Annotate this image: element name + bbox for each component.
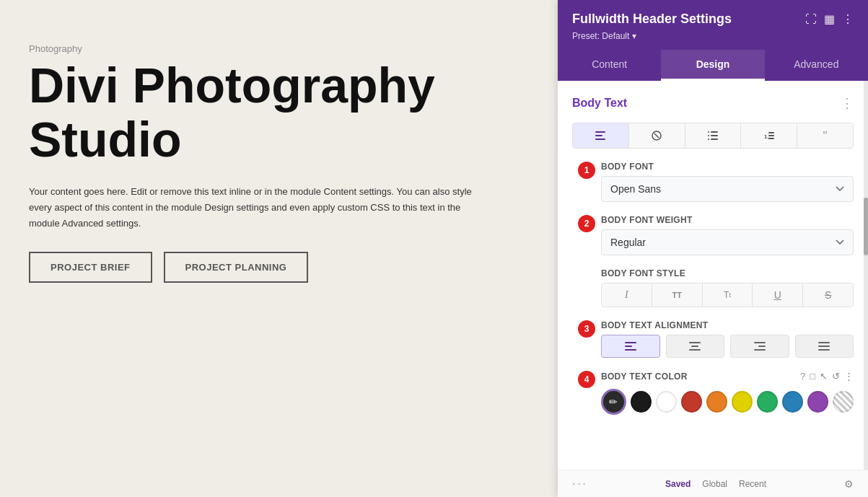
style-btn-list-ul[interactable] xyxy=(685,123,742,148)
options-icon[interactable]: ⋮ xyxy=(844,371,854,382)
swatch-black[interactable] xyxy=(631,391,652,413)
settings-panel: Fullwidth Header Settings ⛶ ▦ ⋮ Preset: … xyxy=(558,0,868,497)
step-badge-4: 4 xyxy=(578,371,595,388)
svg-rect-18 xyxy=(689,342,701,343)
svg-rect-25 xyxy=(818,346,830,347)
layout-icon[interactable]: ▦ xyxy=(824,12,835,26)
font-style-italic[interactable]: I xyxy=(602,283,652,307)
body-font-weight-group: 2 Body Font Weight Regular Bold Light xyxy=(601,215,854,255)
footer-tab-recent[interactable]: Recent xyxy=(739,479,766,489)
footer-tab-saved[interactable]: Saved xyxy=(665,479,691,489)
body-font-label: Body Font xyxy=(601,162,854,172)
align-row xyxy=(601,335,854,358)
footer-tabs: Saved Global Recent xyxy=(665,479,766,489)
canvas-buttons: Project Brief Project Planning xyxy=(29,252,491,283)
swatch-blue[interactable] xyxy=(782,391,803,413)
canvas-area: Photography Divi Photography Studio Your… xyxy=(0,0,558,497)
step-badge-1: 1 xyxy=(578,162,595,179)
svg-rect-14 xyxy=(768,138,774,139)
panel-header-icons: ⛶ ▦ ⋮ xyxy=(805,12,854,26)
svg-rect-8 xyxy=(711,135,718,136)
font-style-row: I TT Tt U S xyxy=(601,283,854,307)
svg-rect-1 xyxy=(595,135,602,136)
tab-content[interactable]: Content xyxy=(558,50,661,81)
align-left-btn[interactable] xyxy=(601,335,660,358)
swatch-orange[interactable] xyxy=(706,391,727,413)
svg-text:1.: 1. xyxy=(764,133,769,140)
style-btn-align-left[interactable] xyxy=(573,123,629,148)
section-title: Body Text xyxy=(572,97,627,110)
style-buttons-row: 1. " xyxy=(572,123,854,149)
font-style-smallcaps[interactable]: Tt xyxy=(703,283,753,307)
scrollbar-thumb[interactable] xyxy=(864,198,868,255)
svg-rect-0 xyxy=(595,131,605,133)
swatch-striped[interactable] xyxy=(833,391,854,413)
svg-rect-10 xyxy=(711,138,718,140)
settings-gear-icon[interactable]: ⚙ xyxy=(844,478,854,490)
panel-body-wrapper: Body Text ⋮ xyxy=(558,81,868,470)
cursor-icon[interactable]: ↖ xyxy=(820,371,828,382)
swatch-red[interactable] xyxy=(681,391,702,413)
section-title-row: Body Text ⋮ xyxy=(572,95,854,111)
svg-rect-9 xyxy=(708,138,709,140)
color-section-header: Body Text Color ? □ ↖ ↺ ⋮ xyxy=(601,371,854,382)
svg-line-4 xyxy=(654,133,659,138)
tab-design[interactable]: Design xyxy=(661,50,764,81)
align-right-btn[interactable] xyxy=(730,335,789,358)
panel-header: Fullwidth Header Settings ⛶ ▦ ⋮ Preset: … xyxy=(558,0,868,50)
more-options-icon[interactable]: ⋮ xyxy=(842,12,854,26)
align-justify-btn[interactable] xyxy=(795,335,854,358)
tab-advanced[interactable]: Advanced xyxy=(765,50,868,81)
svg-rect-17 xyxy=(625,349,636,351)
body-font-style-group: Body Font Style I TT Tt U S xyxy=(601,268,854,307)
svg-rect-15 xyxy=(625,342,636,343)
footer-tab-global[interactable]: Global xyxy=(702,479,727,489)
font-style-allcaps[interactable]: TT xyxy=(652,283,703,307)
style-btn-list-ol[interactable]: 1. xyxy=(741,123,797,148)
font-style-underline[interactable]: U xyxy=(753,283,803,307)
svg-rect-24 xyxy=(818,342,830,343)
help-icon[interactable]: ? xyxy=(800,371,805,382)
svg-rect-16 xyxy=(625,346,632,347)
font-style-strikethrough[interactable]: S xyxy=(803,283,853,307)
swatch-purple[interactable] xyxy=(807,391,828,413)
svg-rect-21 xyxy=(754,342,766,343)
body-text-alignment-label: Body Text Alignment xyxy=(601,320,854,330)
body-font-select[interactable]: Open Sans Roboto Lato Montserrat xyxy=(601,176,854,202)
swatch-white[interactable] xyxy=(656,391,677,413)
color-header-icons: ? □ ↖ ↺ ⋮ xyxy=(800,371,854,382)
svg-rect-2 xyxy=(595,138,605,140)
expand-icon[interactable]: ⛶ xyxy=(805,13,817,26)
copy-icon[interactable]: □ xyxy=(810,371,815,382)
section-menu-icon[interactable]: ⋮ xyxy=(841,95,854,111)
body-text-color-group: 4 Body Text Color ? □ ↖ ↺ ⋮ ✏ xyxy=(601,371,854,423)
align-center-btn[interactable] xyxy=(666,335,725,358)
site-title: Divi Photography Studio xyxy=(29,58,491,167)
panel-title: Fullwidth Header Settings xyxy=(572,12,732,27)
svg-rect-23 xyxy=(754,349,766,351)
preset-label[interactable]: Preset: Default ▾ xyxy=(572,31,854,41)
photography-label: Photography xyxy=(29,43,491,54)
reset-icon[interactable]: ↺ xyxy=(832,371,840,382)
panel-tabs: Content Design Advanced xyxy=(558,50,868,81)
style-btn-clear[interactable] xyxy=(629,123,685,148)
style-btn-quote[interactable]: " xyxy=(797,123,853,148)
svg-rect-13 xyxy=(768,135,774,136)
project-planning-button[interactable]: Project Planning xyxy=(164,252,309,283)
svg-rect-6 xyxy=(711,131,718,133)
footer-more-icon[interactable]: ··· xyxy=(572,476,587,491)
eyedropper-icon: ✏ xyxy=(609,396,618,408)
color-swatches-row: ✏ xyxy=(601,389,854,423)
step-badge-3: 3 xyxy=(578,320,595,338)
body-text-alignment-group: 3 Body Text Alignment xyxy=(601,320,854,358)
swatch-green[interactable] xyxy=(757,391,778,413)
svg-rect-26 xyxy=(818,349,830,351)
color-picker-button[interactable]: ✏ xyxy=(601,389,626,415)
fields-with-badges: 1 Body Font Open Sans Roboto Lato Montse… xyxy=(572,162,854,423)
step-badge-2: 2 xyxy=(578,215,595,232)
body-font-weight-select[interactable]: Regular Bold Light xyxy=(601,229,854,255)
swatch-yellow[interactable] xyxy=(732,391,753,413)
project-brief-button[interactable]: Project Brief xyxy=(29,252,152,283)
svg-rect-19 xyxy=(691,346,698,347)
scrollbar-track[interactable] xyxy=(864,81,868,470)
